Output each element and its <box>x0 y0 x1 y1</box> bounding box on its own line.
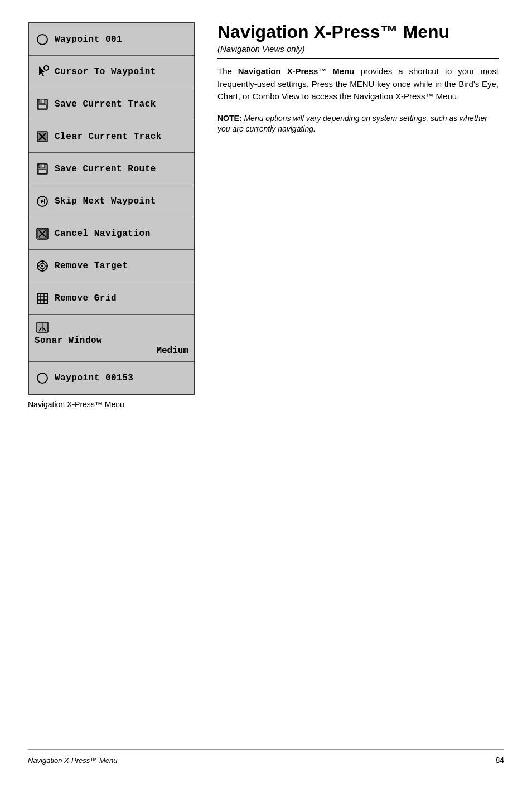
menu-item-label: Waypoint 00153 <box>55 373 133 383</box>
page-title: Navigation X-Press™ Menu <box>217 22 499 42</box>
target-icon <box>35 258 50 274</box>
svg-point-34 <box>37 373 47 383</box>
cancel-nav-icon <box>35 226 50 241</box>
menu-panel: Waypoint 001 Cursor To Waypoint <box>28 22 195 395</box>
sonar-window-label: Sonar Window <box>35 336 188 346</box>
description-panel: Navigation X-Press™ Menu (Navigation Vie… <box>212 22 504 749</box>
menu-item-label: Skip Next Waypoint <box>55 196 156 206</box>
svg-rect-13 <box>38 170 46 173</box>
svg-rect-12 <box>40 165 42 167</box>
note-body: Menu options will vary depending on syst… <box>217 114 487 134</box>
menu-item-label: Clear Current Track <box>55 132 162 142</box>
menu-item-skip-next-waypoint[interactable]: Skip Next Waypoint <box>29 185 194 217</box>
content-area: Waypoint 001 Cursor To Waypoint <box>28 22 504 749</box>
menu-item-cursor-to-waypoint[interactable]: Cursor To Waypoint <box>29 56 194 88</box>
footer-page-number: 84 <box>495 756 504 765</box>
floppy-save-icon <box>35 96 50 112</box>
menu-item-remove-grid[interactable]: Remove Grid <box>29 282 194 315</box>
menu-item-label: Save Current Route <box>55 164 156 174</box>
svg-rect-27 <box>37 293 47 303</box>
footer-section-label: Navigation X-Press™ Menu <box>28 756 117 765</box>
svg-point-22 <box>41 265 43 267</box>
sonar-window-value: Medium <box>35 346 188 356</box>
floppy-route-icon <box>35 161 50 177</box>
page-footer: Navigation X-Press™ Menu 84 <box>28 749 504 765</box>
svg-point-0 <box>37 35 47 45</box>
menu-item-clear-current-track[interactable]: Clear Current Track <box>29 120 194 153</box>
skip-waypoint-icon <box>35 194 50 209</box>
menu-item-remove-target[interactable]: Remove Target <box>29 250 194 282</box>
circle-waypoint-2-icon <box>35 370 50 386</box>
svg-rect-5 <box>40 100 42 103</box>
clear-track-icon <box>35 129 50 144</box>
menu-item-label: Waypoint 001 <box>55 35 122 45</box>
cursor-waypoint-icon <box>35 64 50 80</box>
menu-caption: Navigation X-Press™ Menu <box>28 400 195 409</box>
circle-waypoint-icon <box>35 32 50 47</box>
page-subtitle: (Navigation Views only) <box>217 44 499 59</box>
page: Waypoint 001 Cursor To Waypoint <box>0 0 532 798</box>
grid-icon <box>35 291 50 306</box>
sonar-icon <box>35 320 50 336</box>
menu-item-label: Save Current Track <box>55 99 156 109</box>
menu-item-waypoint-001[interactable]: Waypoint 001 <box>29 23 194 56</box>
menu-item-sonar-window[interactable]: Sonar Window Medium <box>29 315 194 362</box>
menu-item-save-current-track[interactable]: Save Current Track <box>29 88 194 120</box>
sonar-window-sub: Sonar Window Medium <box>35 336 188 356</box>
menu-item-cancel-navigation[interactable]: Cancel Navigation <box>29 217 194 250</box>
menu-item-label: Remove Target <box>55 261 128 271</box>
note-text: NOTE: Menu options will vary depending o… <box>217 113 499 135</box>
menu-item-label: Cancel Navigation <box>55 229 151 239</box>
menu-item-label: Cursor To Waypoint <box>55 67 156 77</box>
menu-item-save-current-route[interactable]: Save Current Route <box>29 153 194 185</box>
note-label: NOTE: <box>217 114 242 123</box>
menu-item-label: Remove Grid <box>55 293 117 303</box>
svg-point-2 <box>44 66 49 70</box>
description-body: The Navigation X-Press™ Menu provides a … <box>217 65 499 103</box>
menu-panel-container: Waypoint 001 Cursor To Waypoint <box>28 22 195 749</box>
svg-rect-6 <box>38 105 46 109</box>
menu-item-waypoint-00153[interactable]: Waypoint 00153 <box>29 362 194 394</box>
